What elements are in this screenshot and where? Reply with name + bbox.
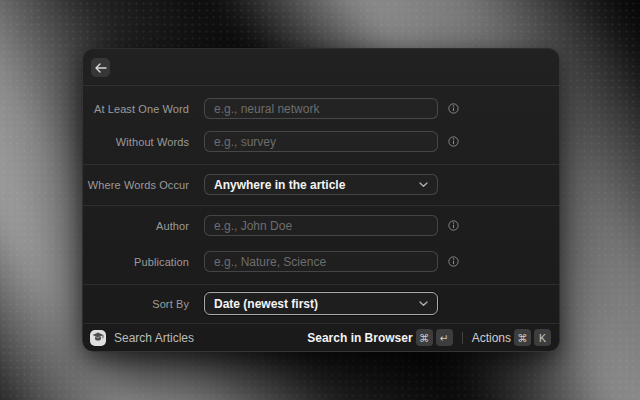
form-row-publication: Publication [83,251,559,272]
info-icon[interactable] [448,220,459,231]
action-bar: Search Articles Search in Browser ⌘ ↵ Ac… [83,323,559,351]
return-keycap: ↵ [436,329,453,346]
command-title: Search Articles [114,331,194,345]
where-words-occur-select[interactable]: Anywhere in the article [204,174,438,195]
without-words-input[interactable] [204,131,438,152]
form-row-without-words: Without Words [83,131,559,152]
back-arrow-icon [95,63,107,73]
info-icon[interactable] [448,103,459,114]
footer-separator [462,332,463,344]
section-divider [83,205,559,206]
field-label: Publication [83,256,189,268]
section-divider [83,284,559,285]
cmd-keycap: ⌘ [514,329,531,346]
select-value: Date (newest first) [214,297,318,311]
field-label: Author [83,220,189,232]
at-least-one-word-input[interactable] [204,98,438,119]
field-label: Where Words Occur [83,179,189,191]
info-icon[interactable] [448,256,459,267]
info-icon[interactable] [448,136,459,147]
chevron-down-icon [419,301,428,307]
field-label: Without Words [83,136,189,148]
search-in-browser-action[interactable]: Search in Browser [307,331,412,345]
actions-menu-button[interactable]: Actions [472,331,511,345]
field-label: Sort By [83,298,189,310]
form-row-sort-by: Sort By Date (newest first) [83,292,559,315]
sort-by-select[interactable]: Date (newest first) [204,292,438,315]
form-row-at-least-one-word: At Least One Word [83,98,559,119]
chevron-down-icon [419,182,428,188]
field-label: At Least One Word [83,103,189,115]
raycast-window: At Least One Word Without Words Where Wo… [82,48,560,352]
publication-input[interactable] [204,251,438,272]
section-divider [83,164,559,165]
graduation-cap-icon [90,330,106,346]
k-keycap: K [534,329,551,346]
select-value: Anywhere in the article [214,178,345,192]
form-row-where-words-occur: Where Words Occur Anywhere in the articl… [83,174,559,195]
cmd-keycap: ⌘ [416,329,433,346]
header-divider [83,85,559,86]
author-input[interactable] [204,215,438,236]
back-button[interactable] [91,58,110,77]
form-row-author: Author [83,215,559,236]
